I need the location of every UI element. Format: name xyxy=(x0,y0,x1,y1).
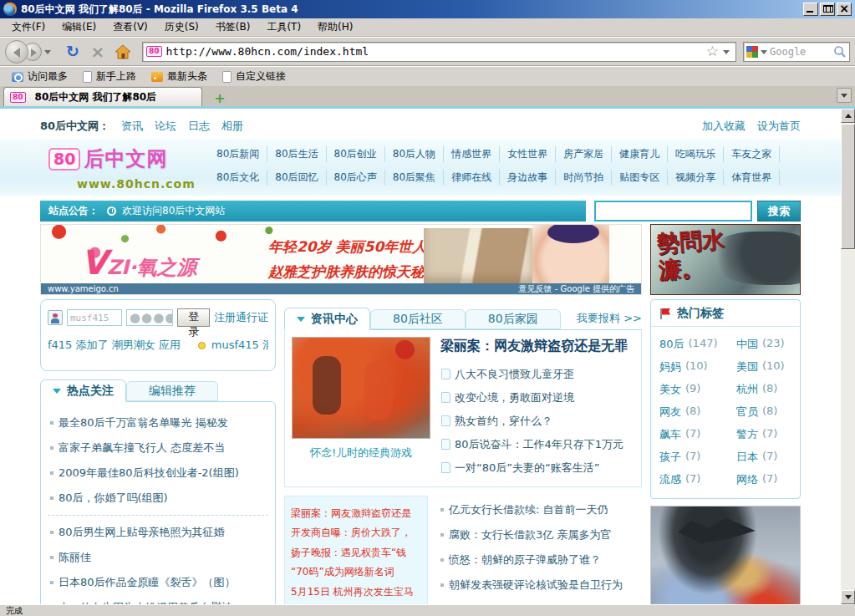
login-button[interactable]: 登录 xyxy=(177,308,210,327)
nav-link[interactable]: 80后文化 xyxy=(209,170,267,186)
news-item[interactable]: 萧亚轩泰国会混血男友 xyxy=(438,598,642,604)
list-item[interactable]: 2009年最佳80后科技创业者-2(组图) xyxy=(48,461,268,486)
news-item[interactable]: 八大不良习惯致儿童牙歪 xyxy=(440,363,634,386)
bookmark-latest-headlines[interactable]: 最新头条 xyxy=(145,68,214,85)
list-item[interactable]: 80后男生网上贴母亲艳照为其征婚 xyxy=(48,520,268,545)
tag-item[interactable]: 80后(147) xyxy=(659,337,736,352)
list-item[interactable]: 日本80后作品金原瞳《裂舌》（图） xyxy=(48,570,268,595)
list-item[interactable]: 80后，你婚了吗(组图) xyxy=(48,486,268,511)
highlight-item[interactable]: 5月15日 杭州再次发生宝马 xyxy=(291,583,421,602)
news-item[interactable]: 改变心境，勇敢面对逆境 xyxy=(440,386,634,410)
highlight-item[interactable]: “70码”成为网络新名词 xyxy=(291,563,421,582)
nav-link[interactable]: 80后创业 xyxy=(327,146,385,162)
restore-button[interactable] xyxy=(820,3,835,16)
bookmark-most-visited[interactable]: 访问最多 xyxy=(5,68,74,85)
nav-link[interactable]: 80后心声 xyxy=(327,170,385,186)
news-photo[interactable] xyxy=(292,337,430,439)
username-input[interactable] xyxy=(67,309,122,326)
tag-item[interactable]: 网友(8) xyxy=(659,405,736,420)
nav-link[interactable]: 80后生活 xyxy=(267,146,326,162)
nav-link[interactable]: 身边故事 xyxy=(500,170,556,186)
scroll-up-button[interactable] xyxy=(841,109,855,123)
menu-help[interactable]: 帮助(H) xyxy=(309,18,361,37)
tag-item[interactable]: 官员(8) xyxy=(736,405,777,420)
nav-link[interactable]: 80后人物 xyxy=(385,146,444,162)
nav-link[interactable]: 情感世界 xyxy=(444,146,500,162)
tag-item[interactable]: 日本(7) xyxy=(736,450,777,465)
menu-view[interactable]: 查看(V) xyxy=(104,18,156,37)
announce-text[interactable]: 欢迎访问80后中文网站 xyxy=(122,204,225,218)
report-tip-link[interactable]: 我要报料 >> xyxy=(577,311,642,326)
set-homepage-link[interactable]: 设为首页 xyxy=(757,119,801,134)
stop-button[interactable]: × xyxy=(87,41,109,63)
search-magnifier-icon[interactable] xyxy=(833,45,847,59)
site-search-input[interactable] xyxy=(594,201,752,221)
tag-item[interactable]: 中国(23) xyxy=(736,337,785,352)
scroll-down-button[interactable] xyxy=(841,590,855,604)
nav-link[interactable]: 80后聚焦 xyxy=(385,170,444,186)
tab-news-center[interactable]: 资讯中心 xyxy=(284,308,370,330)
tag-item[interactable]: 网络(7) xyxy=(736,472,777,487)
tag-item[interactable]: 飙车(7) xyxy=(659,427,736,442)
reload-button[interactable]: ↻ xyxy=(62,41,84,63)
password-field[interactable]: ●●●●● xyxy=(126,309,173,326)
nav-link[interactable]: 体育世界 xyxy=(724,170,780,186)
list-item[interactable]: 陈丽佳 xyxy=(48,545,268,570)
web-search-box[interactable] xyxy=(743,42,850,62)
news-item[interactable]: 腐败：女行长借款3亿 亲属多为官 xyxy=(438,522,642,547)
site-search-button[interactable]: 搜索 xyxy=(757,201,801,221)
site-logo[interactable]: 80 后中文网 xyxy=(48,145,167,172)
nav-link[interactable]: 女性世界 xyxy=(500,146,556,162)
list-item[interactable]: 最全80后千万富翁名单曝光 揭秘发 xyxy=(48,410,268,435)
news-item[interactable]: 一对“80后”夫妻的“账客生活” xyxy=(440,456,634,480)
register-link[interactable]: 注册通行证 xyxy=(214,310,268,325)
minimize-button[interactable] xyxy=(803,3,818,16)
news-item[interactable]: 亿元女行长借款续: 自首前一天仍 xyxy=(438,497,642,522)
news-item[interactable]: 熟女首约，穿什么？ xyxy=(440,410,634,433)
tag-item[interactable]: 孩子(7) xyxy=(659,450,736,465)
tab-community[interactable]: 80后社区 xyxy=(370,309,466,329)
nav-link[interactable]: 车友之家 xyxy=(724,146,780,162)
news-item[interactable]: 朝鲜发表强硬评论核试验是自卫行为 xyxy=(438,573,642,598)
sidebar-photo[interactable] xyxy=(650,506,801,604)
tag-item[interactable]: 妈妈(10) xyxy=(659,359,736,374)
top-link-album[interactable]: 相册 xyxy=(221,119,243,134)
tag-item[interactable]: 杭州(8) xyxy=(736,382,777,397)
nav-link[interactable]: 80后新闻 xyxy=(209,146,267,162)
bookmark-star-icon[interactable]: ☆ xyxy=(706,44,719,59)
highlight-item[interactable]: 扬子晚报：遇见权贵车“钱 xyxy=(291,543,421,563)
new-tab-button[interactable] xyxy=(209,89,231,106)
photo-caption[interactable]: 怀念!儿时的经典游戏 xyxy=(292,439,430,462)
tag-item[interactable]: 美女(9) xyxy=(659,382,736,397)
tag-item[interactable]: 警方(7) xyxy=(736,427,777,442)
close-button[interactable] xyxy=(837,3,852,16)
web-search-input[interactable] xyxy=(770,46,833,58)
ticker-item[interactable]: f415 添加了 潮男潮女 应用 xyxy=(48,338,181,353)
top-link-blog[interactable]: 日志 xyxy=(188,119,210,134)
back-button[interactable] xyxy=(5,40,28,64)
menu-file[interactable]: 文件(F) xyxy=(3,18,53,37)
highlight-item[interactable]: 开发商自曝：房价大跌了， xyxy=(291,523,421,542)
tag-item[interactable]: 美国(10) xyxy=(736,359,785,374)
banner-advertiser-url[interactable]: www.yameigo.cn xyxy=(48,284,119,293)
nav-link[interactable]: 吃喝玩乐 xyxy=(668,146,724,162)
bookmark-getting-started[interactable]: 新手上路 xyxy=(76,68,143,85)
top-link-forum[interactable]: 论坛 xyxy=(155,119,176,134)
menu-bookmarks[interactable]: 书签(B) xyxy=(207,18,259,37)
banner-ad[interactable]: VZI·氧之源 年轻20岁 美丽50年世人震惊 赵雅芝护肤养肤的惊天秘密 www… xyxy=(40,224,642,295)
tag-item[interactable]: 流感(7) xyxy=(659,472,736,487)
url-dropdown-icon[interactable] xyxy=(723,50,730,58)
vertical-scrollbar[interactable] xyxy=(841,109,855,604)
nav-link[interactable]: 视频分享 xyxy=(668,170,724,186)
bookmark-custom-links[interactable]: 自定义链接 xyxy=(216,68,293,85)
side-ad[interactable]: 勢問水濂。 xyxy=(650,224,801,295)
tab-list-dropdown[interactable] xyxy=(837,88,852,103)
home-button[interactable] xyxy=(112,41,134,63)
search-engine-dropdown-icon[interactable] xyxy=(761,50,767,58)
nav-link[interactable]: 房产家居 xyxy=(556,146,612,162)
tab-homeland[interactable]: 80后家园 xyxy=(466,309,561,329)
tab-hot-focus[interactable]: 热点关注 xyxy=(40,379,126,402)
tab-editor-picks[interactable]: 编辑推荐 xyxy=(126,381,218,401)
list-item[interactable]: 富家子弟飙车撞飞行人 态度差不当 xyxy=(48,435,268,461)
list-item[interactable]: 大一的女生因为太饥渴用黄瓜自慰被 xyxy=(48,595,268,604)
